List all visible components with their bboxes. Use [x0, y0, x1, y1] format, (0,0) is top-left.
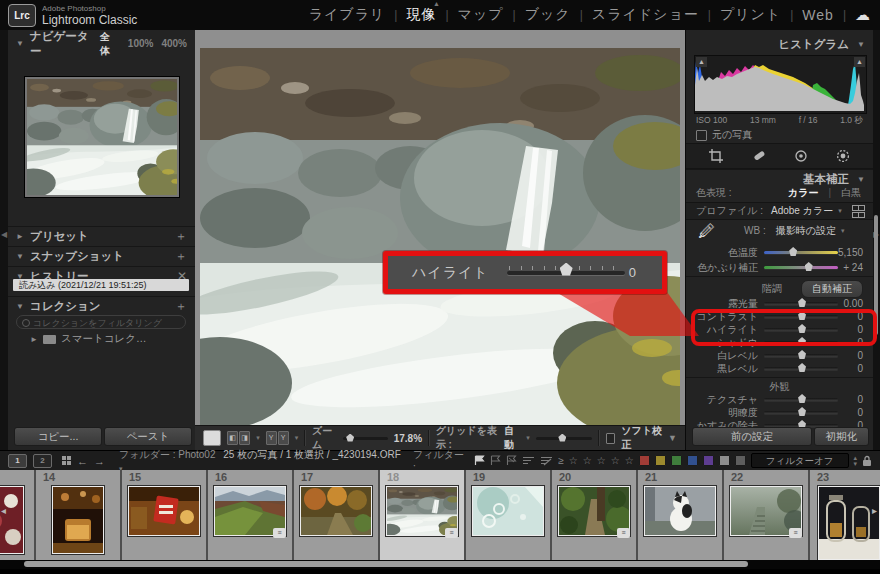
texture-slider-thumb[interactable] — [798, 394, 806, 403]
whites-slider[interactable] — [764, 354, 838, 357]
edit-filter-off-icon[interactable] — [540, 455, 553, 466]
filmstrip-thumb-16[interactable]: 16 ≡ — [208, 470, 294, 560]
exposure-slider[interactable] — [764, 302, 838, 305]
grid-slider-thumb[interactable] — [558, 434, 566, 442]
auto-tone-button[interactable]: 自動補正 — [801, 280, 863, 298]
dropdown-arrow-icon[interactable]: ▾ — [838, 207, 842, 215]
loupe-view-icon[interactable] — [203, 430, 221, 446]
dropdown-arrow-icon[interactable]: ▾ — [295, 434, 299, 442]
thumb-badge-icon[interactable]: ≡ — [789, 528, 802, 538]
profile-row[interactable]: プロファイル : Adobe カラー ▾ — [686, 202, 873, 220]
temp-slider-thumb[interactable] — [789, 247, 797, 256]
highlight-clipping-indicator[interactable]: ▲ — [854, 57, 865, 67]
label-none-chip[interactable] — [735, 455, 746, 466]
red-eye-tool-icon[interactable] — [793, 149, 809, 163]
dropdown-updown-icon[interactable]: ▴▾ — [854, 455, 858, 467]
filmstrip-thumb-14[interactable]: 14 — [36, 470, 122, 560]
snapshots-header[interactable]: ▼ スナップショット ＋ — [8, 246, 195, 265]
forward-arrow-icon[interactable]: → — [94, 455, 105, 467]
module-library[interactable]: ライブラリ — [309, 6, 386, 24]
module-print[interactable]: プリント — [720, 6, 781, 24]
label-purple-chip[interactable] — [703, 455, 714, 466]
thumb-badge-icon[interactable]: ≡ — [273, 528, 286, 538]
filmstrip-scrollbar-thumb[interactable] — [24, 561, 748, 567]
filmstrip-thumb-22[interactable]: 22 ≡ — [724, 470, 810, 560]
smart-collections-row[interactable]: ► スマートコレク… — [30, 332, 146, 346]
monitor-2-button[interactable]: 2 — [33, 454, 52, 468]
wb-value[interactable]: 撮影時の設定 — [776, 224, 836, 238]
filmstrip-thumb-23-partial[interactable]: 23 — [810, 470, 880, 560]
filter-lock-icon[interactable] — [862, 455, 872, 467]
thumb-badge-icon[interactable]: ≡ — [445, 528, 458, 538]
dropdown-arrow-icon[interactable]: ▾ — [526, 434, 530, 442]
filmstrip-thumb-18-selected[interactable]: 18 ≡ — [380, 470, 466, 560]
treatment-bw-option[interactable]: 白黒 — [841, 186, 861, 200]
filmstrip-thumb-20[interactable]: 20 ≡ — [552, 470, 638, 560]
navigator-fit-option[interactable]: 全体 — [100, 30, 120, 58]
thumb-badge-icon[interactable]: ≡ — [617, 528, 630, 538]
collection-filter-input[interactable]: コレクションをフィルタリング — [16, 315, 186, 329]
before-after-yy-icon[interactable]: YY — [266, 431, 289, 445]
original-photo-checkbox[interactable] — [696, 130, 707, 141]
rating-star-2[interactable]: ☆ — [583, 455, 592, 466]
filmstrip-left-arrow[interactable]: ◂ — [1, 505, 6, 516]
label-gray-chip[interactable] — [719, 455, 730, 466]
rating-star-3[interactable]: ☆ — [597, 455, 606, 466]
texture-slider[interactable] — [764, 398, 838, 401]
paste-button[interactable]: ペースト — [104, 427, 192, 446]
rating-ge-icon[interactable]: ≥ — [558, 455, 564, 466]
grid-size-slider[interactable] — [536, 437, 592, 440]
navigator-header[interactable]: ▼ ナビゲーター 全体 100% 400% — [8, 34, 195, 53]
flag-unflagged-icon[interactable] — [490, 455, 501, 466]
blacks-slider-thumb[interactable] — [798, 363, 806, 372]
rating-star-1[interactable]: ☆ — [569, 455, 578, 466]
toolbar-options-arrow[interactable]: ▼ — [668, 433, 677, 443]
label-yellow-chip[interactable] — [655, 455, 666, 466]
masking-tool-icon[interactable] — [835, 149, 851, 163]
history-item-import[interactable]: 読み込み (2021/12/21 19:51:25) — [13, 279, 189, 291]
blacks-slider[interactable] — [764, 367, 838, 370]
before-after-lr-icon[interactable]: ◧◨ — [227, 431, 250, 445]
tint-slider-thumb[interactable] — [805, 262, 813, 271]
filmstrip-scrollbar[interactable] — [0, 560, 880, 569]
filmstrip-thumb-21[interactable]: 21 — [638, 470, 724, 560]
histogram-header[interactable]: ヒストグラム ▼ — [686, 35, 873, 54]
module-book[interactable]: ブック — [525, 6, 571, 24]
navigator-400-option[interactable]: 400% — [161, 38, 187, 49]
monitor-1-button[interactable]: 1 — [8, 454, 27, 468]
navigator-100-option[interactable]: 100% — [128, 38, 154, 49]
presets-header[interactable]: ► プリセット ＋ — [8, 226, 195, 245]
rating-star-4[interactable]: ☆ — [611, 455, 620, 466]
tint-slider[interactable] — [764, 266, 838, 269]
soft-proof-checkbox[interactable] — [606, 433, 615, 444]
module-map[interactable]: マップ — [458, 6, 504, 24]
exposure-slider-thumb[interactable] — [798, 298, 806, 307]
left-panel-collapse-arrow[interactable]: ◀ — [1, 230, 7, 239]
label-red-chip[interactable] — [639, 455, 650, 466]
profile-value[interactable]: Adobe カラー — [771, 204, 833, 218]
previous-settings-button[interactable]: 前の設定 — [692, 427, 812, 446]
flag-reject-icon[interactable] — [506, 455, 517, 466]
filmstrip-thumb-15[interactable]: 15 — [122, 470, 208, 560]
treatment-color-option[interactable]: カラー — [788, 186, 818, 200]
module-slideshow[interactable]: スライドショー — [592, 6, 699, 24]
label-blue-chip[interactable] — [687, 455, 698, 466]
copy-button[interactable]: コピー... — [14, 427, 102, 446]
filmstrip-thumb-19[interactable]: 19 — [466, 470, 552, 560]
clarity-slider-thumb[interactable] — [798, 407, 806, 416]
profile-browser-icon[interactable] — [852, 205, 863, 218]
main-photo[interactable] — [200, 48, 680, 425]
filmstrip-right-arrow[interactable]: ▸ — [872, 505, 877, 516]
add-preset-icon[interactable]: ＋ — [175, 228, 187, 245]
histogram[interactable]: ▲ ▲ — [694, 55, 867, 114]
filter-preset-dropdown[interactable]: フィルターオフ — [751, 453, 849, 468]
shadow-clipping-indicator[interactable]: ▲ — [696, 57, 707, 67]
grid-view-icon[interactable] — [62, 456, 71, 465]
crop-tool-icon[interactable] — [709, 149, 725, 163]
collections-header[interactable]: ▼ コレクション ＋ — [8, 296, 195, 315]
add-snapshot-icon[interactable]: ＋ — [175, 248, 187, 265]
back-arrow-icon[interactable]: ← — [77, 455, 88, 467]
flag-pick-icon[interactable] — [474, 455, 485, 466]
reset-button[interactable]: 初期化 — [814, 427, 869, 446]
whites-slider-thumb[interactable] — [798, 350, 806, 359]
